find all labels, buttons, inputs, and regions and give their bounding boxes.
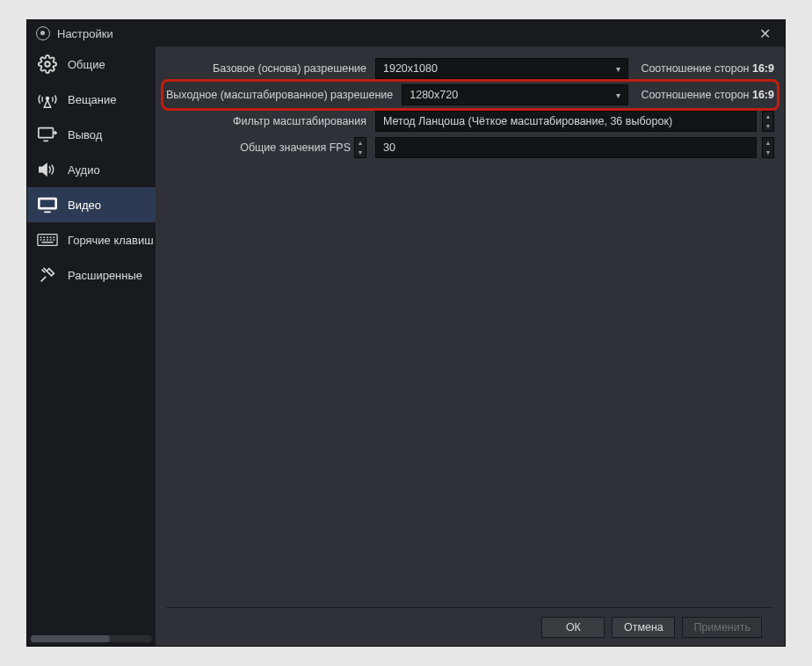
footer: ОК Отмена Применить (166, 607, 774, 646)
sidebar: Общие Вещание (27, 47, 156, 646)
row-output-resolution: Выходное (масштабированное) разрешение 1… (166, 82, 774, 108)
base-aspect-ratio: Соотношение сторон 16:9 (634, 62, 774, 75)
base-resolution-label: Базовое (основа) разрешение (166, 62, 370, 75)
fps-select[interactable]: 30 (375, 137, 757, 158)
output-aspect-ratio: Соотношение сторон 16:9 (634, 89, 774, 101)
sidebar-scrollbar[interactable] (31, 635, 152, 642)
window-title: Настройки (57, 27, 113, 40)
content-pane: Базовое (основа) разрешение 1920x1080 ▾ … (156, 47, 785, 646)
ok-button[interactable]: ОК (541, 617, 605, 638)
svg-point-0 (45, 62, 50, 67)
sidebar-item-label: Вещание (68, 93, 117, 106)
sidebar-item-output[interactable]: Вывод (27, 117, 156, 152)
row-fps: Общие значения FPS ▲ ▼ 30 ▲ ▼ (166, 134, 774, 161)
downscale-filter-label: Фильтр масштабирования (166, 115, 370, 127)
sidebar-item-label: Горячие клавиш (68, 234, 154, 247)
fps-type-stepper[interactable]: ▲ ▼ (354, 137, 366, 158)
row-downscale-filter: Фильтр масштабирования Метод Ланцоша (Чё… (166, 108, 774, 134)
fps-value: 30 (383, 141, 395, 154)
aspect-value: 16:9 (752, 89, 774, 101)
sidebar-item-label: Вывод (68, 128, 102, 141)
chevron-up-icon: ▲ (355, 138, 366, 148)
aspect-value: 16:9 (752, 62, 774, 75)
chevron-up-icon: ▲ (763, 112, 773, 121)
row-base-resolution: Базовое (основа) разрешение 1920x1080 ▾ … (166, 55, 774, 82)
downscale-filter-select[interactable]: Метод Ланцоша (Чёткое масштабирование, 3… (375, 111, 757, 132)
output-icon (36, 125, 59, 144)
close-icon[interactable]: ✕ (754, 22, 776, 46)
sidebar-item-label: Общие (68, 58, 105, 71)
base-resolution-combo[interactable]: 1920x1080 ▾ (375, 58, 628, 79)
svg-rect-2 (39, 128, 54, 138)
tools-icon (36, 265, 59, 285)
aspect-prefix: Соотношение сторон (641, 89, 752, 101)
antenna-icon (36, 90, 59, 109)
sidebar-item-hotkeys[interactable]: Горячие клавиш (27, 222, 156, 257)
base-resolution-value: 1920x1080 (383, 62, 438, 75)
sidebar-item-label: Видео (68, 199, 101, 212)
gear-icon (36, 54, 59, 74)
sidebar-item-advanced[interactable]: Расширенные (27, 257, 156, 293)
sidebar-item-label: Расширенные (68, 269, 142, 282)
speaker-icon (36, 160, 59, 179)
keyboard-icon (36, 230, 59, 250)
output-resolution-value: 1280x720 (410, 89, 458, 101)
chevron-down-icon: ▼ (763, 121, 773, 131)
aspect-prefix: Соотношение сторон (641, 62, 752, 75)
filter-stepper[interactable]: ▲ ▼ (762, 111, 774, 132)
sidebar-item-video[interactable]: Видео (27, 187, 156, 222)
fps-label: Общие значения FPS (240, 141, 351, 154)
sidebar-item-general[interactable]: Общие (27, 47, 156, 82)
app-icon (36, 26, 50, 40)
chevron-down-icon: ▼ (763, 148, 773, 157)
settings-window: Настройки ✕ Общие (26, 19, 786, 647)
sidebar-item-label: Аудио (68, 163, 100, 177)
apply-button: Применить (682, 617, 762, 638)
fps-stepper[interactable]: ▲ ▼ (762, 137, 774, 158)
sidebar-item-audio[interactable]: Аудио (27, 152, 156, 187)
svg-rect-4 (40, 199, 55, 208)
output-resolution-label: Выходное (масштабированное) разрешение (166, 89, 396, 101)
chevron-up-icon: ▲ (763, 138, 773, 148)
sidebar-item-stream[interactable]: Вещание (27, 82, 156, 117)
monitor-icon (36, 195, 59, 214)
chevron-down-icon: ▼ (355, 148, 366, 157)
chevron-down-icon: ▾ (616, 64, 620, 74)
cancel-button[interactable]: Отмена (612, 617, 675, 638)
output-resolution-combo[interactable]: 1280x720 ▾ (402, 84, 628, 105)
chevron-down-icon: ▾ (616, 90, 620, 100)
downscale-filter-value: Метод Ланцоша (Чёткое масштабирование, 3… (383, 115, 672, 127)
titlebar: Настройки ✕ (27, 20, 785, 47)
